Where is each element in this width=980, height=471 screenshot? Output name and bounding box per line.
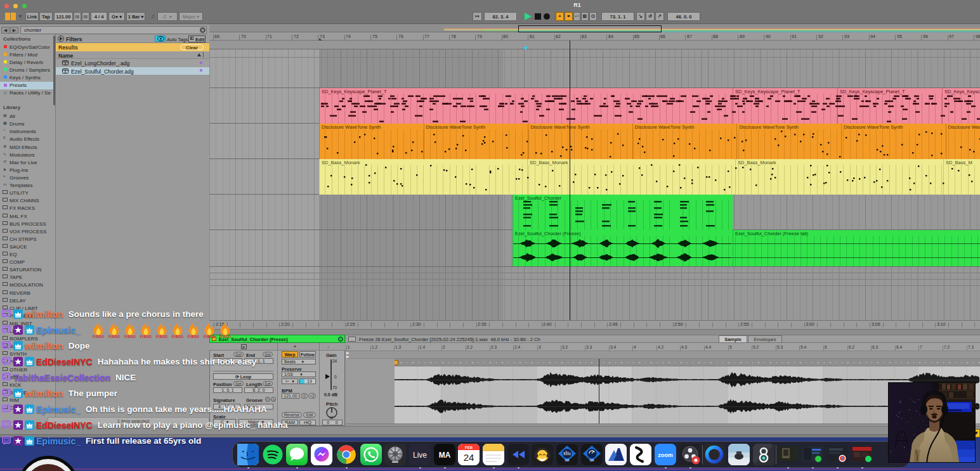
svg-text:FUEGO: FUEGO	[204, 335, 215, 338]
svg-text:Live: Live	[413, 451, 427, 460]
svg-text:FEB: FEB	[465, 446, 473, 449]
svg-text:FUEGO: FUEGO	[219, 335, 231, 338]
svg-text:FUEGO: FUEGO	[188, 335, 199, 338]
svg-text:MA: MA	[439, 451, 451, 460]
svg-text:FUEGO: FUEGO	[172, 335, 183, 338]
svg-text:UA: UA	[589, 458, 594, 462]
svg-text:zoom: zoom	[658, 452, 673, 458]
svg-text:FUEGO: FUEGO	[124, 335, 136, 338]
svg-text:FUEGO: FUEGO	[140, 335, 152, 338]
svg-text:UA: UA	[565, 458, 570, 462]
svg-text:FUEGO: FUEGO	[93, 335, 104, 338]
svg-text:FUEGO: FUEGO	[108, 335, 120, 338]
svg-text:24: 24	[464, 452, 474, 463]
svg-text:FUEGO: FUEGO	[156, 335, 167, 338]
